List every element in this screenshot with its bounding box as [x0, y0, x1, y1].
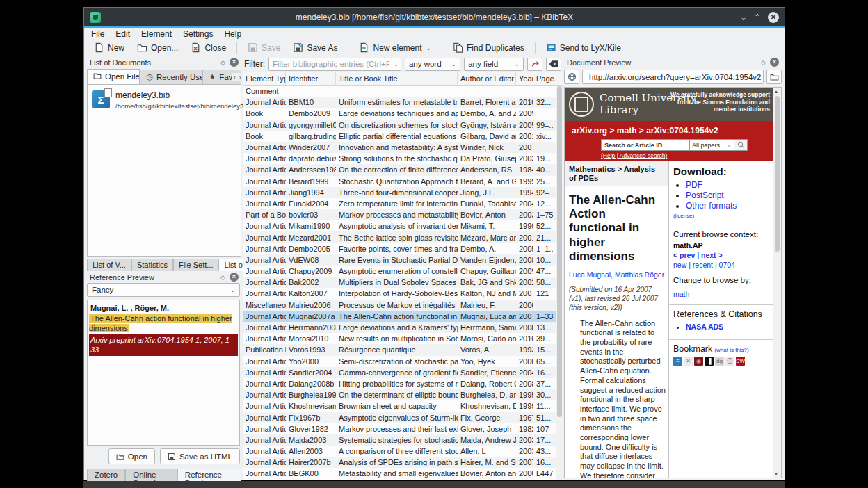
titlebar[interactable]: mendeley3.bib [/home/fish/git/kbibtex/te… — [84, 8, 785, 26]
tab-list-of-v[interactable]: List of V... — [87, 259, 131, 271]
col-title-or-book-title[interactable]: Title or Book Title — [336, 72, 458, 85]
open-file-button[interactable] — [766, 70, 782, 84]
table-row[interactable]: Miscellaneo...Malrieu2006Processus de Ma… — [243, 300, 556, 311]
table-row[interactable]: Journal ArticleBurghelea1995On the deter… — [243, 389, 556, 400]
reddit-icon[interactable]: ⓡ — [725, 357, 734, 366]
preview-style-select[interactable]: Fancy ⌄ — [87, 283, 240, 297]
arxiv-scope-select[interactable]: All papers⌄ — [690, 139, 734, 151]
table-row[interactable]: Journal ArticleChapuy2009Asymptotic enum… — [243, 266, 556, 277]
close-icon[interactable]: ✕ — [768, 12, 779, 23]
digg-icon[interactable]: dg — [715, 357, 724, 366]
delicious-icon[interactable]: ▐ — [705, 357, 714, 366]
new-button[interactable]: New — [88, 41, 130, 54]
arxiv-search-button[interactable] — [734, 139, 748, 151]
nasa-ads-link[interactable]: NASA ADS — [686, 322, 769, 332]
table-row[interactable]: Journal ArticleYoo2000Semi-discretizatio… — [243, 356, 556, 367]
table-row[interactable]: Journal ArticleMorosi2010New results on … — [243, 333, 556, 344]
pdf-link[interactable]: PDF — [686, 180, 769, 190]
close-panel-icon[interactable]: ✕ — [770, 58, 779, 67]
col-element-type[interactable]: Element Type — [243, 72, 286, 85]
table-row[interactable]: Journal ArticleBerard1999Stochastic Quan… — [243, 176, 556, 187]
close-panel-icon[interactable]: ✕ — [230, 273, 239, 282]
table-scrollbar[interactable] — [556, 86, 563, 480]
table-row[interactable]: Journal ArticleBak2002Multipliers in Dua… — [243, 277, 556, 288]
prev-next-links[interactable]: < prev | next > — [673, 250, 769, 260]
menu-settings[interactable]: Settings — [183, 29, 213, 39]
table-row[interactable]: Journal ArticleFix1967bAsymptotic eigenv… — [243, 412, 556, 423]
table-row[interactable]: Journal ArticleGlover1982Markov processe… — [243, 423, 556, 434]
send-to-lyx-kile-button[interactable]: Send to LyX/Kile — [540, 41, 627, 54]
save-as-button[interactable]: Save As — [287, 41, 343, 54]
clear-filter-button[interactable] — [546, 58, 561, 71]
save-button[interactable]: Save — [242, 41, 286, 54]
table-row[interactable]: Publication i...Voros1993Résurgence quan… — [243, 344, 556, 355]
go-to-url-button[interactable] — [564, 70, 579, 84]
new-recent-links[interactable]: new | recent | 0704 — [673, 260, 769, 270]
mendeley-icon[interactable]: ◉ — [694, 357, 703, 366]
arxiv-search-input[interactable] — [601, 139, 690, 151]
table-row[interactable]: Journal ArticleFunaki2004Zero temperatur… — [243, 198, 556, 209]
minimize-icon[interactable]: ⌄ — [740, 13, 747, 22]
table-row[interactable]: Journal ArticleJiang1994Three-and four-d… — [243, 187, 556, 198]
what-is-this-link[interactable]: (what is this?) — [714, 347, 748, 353]
table-row[interactable]: Comment — [243, 86, 556, 97]
tab-open-files[interactable]: Open Files — [87, 69, 140, 84]
tab-scroll-right-icon[interactable]: › — [239, 73, 241, 81]
col-year[interactable]: Year — [516, 72, 533, 85]
tab-recently-used[interactable]: ◷Recently Used — [140, 70, 202, 84]
table-row[interactable]: Journal ArticleMezard2001The Bethe latti… — [243, 231, 556, 243]
postscript-link[interactable]: PostScript — [686, 190, 769, 201]
table-row[interactable]: Journal ArticleAnderssen1984On the corre… — [243, 164, 556, 175]
arxiv-breadcrumb[interactable]: arXiv.org > math > arXiv:0704.1954v2 — [565, 121, 773, 136]
search-pdf-toggle-button[interactable] — [527, 58, 542, 71]
table-row[interactable]: Journal ArticleMikami1990Asymptotic anal… — [243, 220, 556, 231]
scroll-down-icon[interactable]: ▾ — [775, 471, 778, 477]
table-row[interactable]: Journal ArticleKalton2007Interpolation o… — [243, 288, 556, 299]
close-button[interactable]: Close — [185, 41, 232, 54]
table-row[interactable]: BookDembo2009Large deviations techniques… — [243, 108, 556, 119]
table-row[interactable]: Journal ArticleMugnai2007aThe Allen-Cahn… — [243, 311, 556, 322]
change-browse-link[interactable]: math — [673, 289, 769, 299]
filter-word-select[interactable]: any word⌄ — [405, 58, 460, 71]
find-duplicates-button[interactable]: Find Duplicates — [447, 41, 530, 54]
close-panel-icon[interactable]: ✕ — [230, 58, 239, 67]
tab-zotero[interactable]: Zotero — [87, 469, 125, 482]
scroll-up-icon[interactable]: ▴ — [775, 88, 778, 95]
menu-file[interactable]: File — [91, 29, 104, 39]
table-row[interactable]: Journal ArticleHairer2007bAnalysis of SP… — [243, 457, 556, 468]
table-row[interactable]: Bookgilbarg.truding...Elliptic partial d… — [243, 131, 556, 142]
tab-file-sett[interactable]: File Sett... — [173, 259, 219, 271]
float-panel-icon[interactable]: ◇ — [220, 59, 225, 66]
table-row[interactable]: Journal ArticleDalang2008bHitting probab… — [243, 378, 556, 389]
url-combobox[interactable]: http://arxiv.org/search?query=arXiv:0704… — [582, 70, 764, 84]
new-element-button[interactable]: New element⌄ — [353, 41, 437, 54]
bibsonomy-icon[interactable]: ✕ — [684, 357, 693, 366]
preview-scrollbar[interactable]: ▴ ▾ — [773, 88, 781, 478]
list-item[interactable]: Σ mendeley3.bib /home/fish/git/kbibtex/t… — [92, 90, 236, 110]
save-as-html-button[interactable]: Save as HTML — [160, 448, 240, 464]
table-row[interactable]: Journal Articledaprato.debus...Strong so… — [243, 153, 556, 164]
float-panel-icon[interactable]: ◇ — [220, 274, 225, 281]
table-row[interactable]: Journal ArticleHerrmann2008Large deviati… — [243, 322, 556, 333]
filter-field-select[interactable]: any field⌄ — [464, 58, 524, 71]
table-row[interactable]: Journal ArticleWinder2007Innovation and … — [243, 142, 556, 153]
menu-element[interactable]: Element — [141, 29, 172, 39]
table-row[interactable]: Journal ArticleKhoshnevisan1...Brownian … — [243, 400, 556, 412]
menu-edit[interactable]: Edit — [115, 29, 130, 39]
open-button[interactable]: Open... — [131, 41, 184, 54]
menu-help[interactable]: Help — [224, 29, 241, 39]
maximize-icon[interactable]: ⌃ — [754, 13, 761, 22]
filter-input[interactable] — [268, 58, 401, 71]
license-link[interactable]: (license) — [673, 213, 769, 219]
col-page[interactable]: Page — [533, 72, 554, 85]
other-formats-link[interactable]: Other formats — [686, 201, 769, 211]
scrollbar-thumb[interactable] — [775, 96, 780, 252]
citeulike-icon[interactable]: ≡ — [673, 357, 682, 366]
col-identifier[interactable]: Identifier — [286, 72, 336, 85]
article-authors[interactable]: Luca Mugnai, Matthias Röger — [565, 268, 668, 280]
open-button[interactable]: Open — [108, 448, 155, 464]
table-row[interactable]: Journal ArticleDembo2005Favorite points,… — [243, 243, 556, 254]
table-row[interactable]: Part of a Bo...bovier03Markov processes … — [243, 209, 556, 220]
table-row[interactable]: Journal ArticleSandier2004Gamma-converge… — [243, 367, 556, 378]
tab-statistics[interactable]: Statistics — [131, 259, 173, 271]
